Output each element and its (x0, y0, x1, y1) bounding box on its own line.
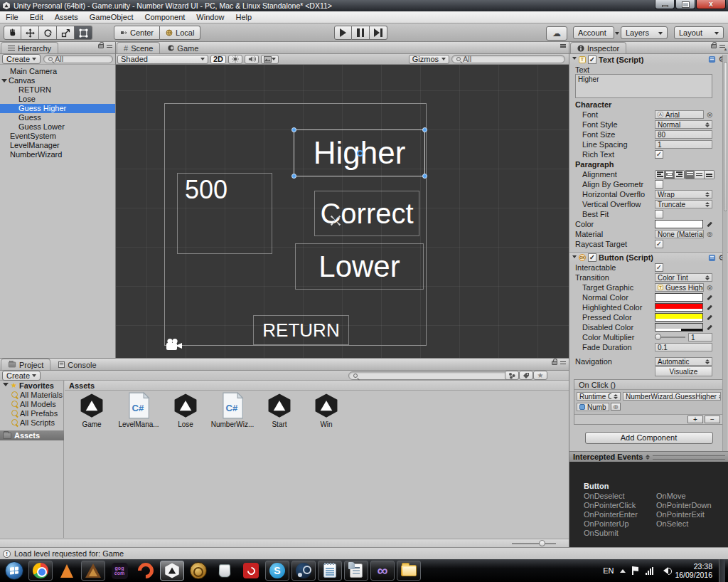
favorite-all-scripts[interactable]: All Scripts (0, 418, 63, 427)
color-multiplier-input[interactable]: 1 (688, 333, 712, 342)
volume-icon[interactable] (660, 567, 668, 574)
asset-lose[interactable]: Lose (167, 392, 204, 428)
best-fit-checkbox[interactable] (655, 210, 663, 218)
taskbar-unity-active[interactable] (160, 561, 184, 581)
text-color-field[interactable] (655, 220, 703, 228)
object-picker-button[interactable]: ◎ (611, 403, 621, 411)
asset-numberwizard[interactable]: C# NumberWiz... (214, 392, 251, 428)
eyedropper-icon[interactable] (706, 295, 712, 301)
vertical-align-buttons[interactable] (685, 170, 714, 179)
thumbnail-zoom-slider[interactable] (512, 543, 556, 544)
pressed-color-field[interactable] (655, 313, 703, 322)
taskbar-notepad[interactable] (318, 561, 342, 581)
hand-tool-button[interactable] (4, 26, 21, 40)
restore-button[interactable] (675, 0, 695, 9)
rich-text-checkbox[interactable]: ✓ (655, 150, 663, 159)
taskbar-adobe-cc[interactable] (239, 561, 263, 581)
object-picker-icon[interactable]: ◎ (707, 231, 712, 238)
minimize-button[interactable] (655, 0, 675, 9)
network-signal-icon[interactable] (646, 567, 653, 575)
hierarchy-item-guess-higher[interactable]: Guess Higher (0, 104, 115, 113)
tab-console[interactable]: Console (51, 359, 103, 370)
line-spacing-input[interactable]: 1 (655, 140, 712, 149)
visualize-button[interactable]: Visualize (655, 366, 712, 376)
align-by-geometry-checkbox[interactable] (655, 180, 663, 189)
hierarchy-item-eventsystem[interactable]: EventSystem (0, 132, 115, 141)
taskbar-swtor[interactable] (186, 561, 210, 581)
favorite-all-prefabs[interactable]: All Prefabs (0, 408, 63, 418)
action-center-flag-icon[interactable] (632, 566, 639, 575)
hierarchy-item-guess[interactable]: Guess (0, 113, 115, 122)
taskbar-origin[interactable] (134, 561, 158, 581)
rect-handle-icon[interactable] (291, 174, 296, 179)
expand-arrow-icon[interactable] (1, 79, 7, 85)
hierarchy-create-button[interactable]: Create (2, 54, 41, 64)
color-multiplier-slider[interactable] (655, 337, 685, 338)
hierarchy-item-levelmanager[interactable]: LevelManager (0, 141, 115, 150)
show-desktop-button[interactable] (719, 559, 725, 582)
assets-folder-selected[interactable]: Assets (0, 430, 64, 440)
lock-icon[interactable] (552, 361, 557, 365)
fade-duration-input[interactable]: 0.1 (655, 343, 712, 351)
scale-tool-button[interactable] (57, 26, 75, 40)
text-enabled-checkbox[interactable]: ✓ (588, 55, 596, 64)
rotation-local-button[interactable]: Local (160, 26, 200, 40)
gizmos-dropdown[interactable]: Gizmos (409, 55, 449, 64)
rect-handle-icon[interactable] (422, 174, 427, 179)
panel-menu-icon[interactable] (560, 361, 566, 365)
rect-tool-button[interactable] (75, 26, 92, 40)
account-dropdown[interactable]: Account (573, 26, 614, 39)
camera-gizmo-icon[interactable] (164, 338, 183, 351)
horizontal-overflow-select[interactable]: Wrap (655, 190, 712, 199)
button-enabled-checkbox[interactable]: ✓ (588, 253, 596, 262)
add-event-button[interactable]: + (687, 416, 703, 423)
font-field[interactable]: AArial (655, 110, 704, 119)
search-by-label-button[interactable] (519, 371, 533, 380)
taskbar-skype[interactable]: S (265, 561, 289, 581)
taskbar-vlc[interactable] (55, 561, 79, 581)
step-button[interactable] (370, 26, 387, 40)
scene-viewport[interactable]: Higher 500 Correct Lower RETURN (116, 65, 569, 358)
favorite-search-button[interactable]: ★ (533, 371, 547, 380)
project-search-input[interactable] (348, 371, 520, 380)
asset-start[interactable]: Start (261, 392, 298, 428)
rect-handle-icon[interactable] (291, 127, 296, 132)
on-click-function-select[interactable]: NumberWizard.GuessHigher (623, 392, 721, 401)
horizontal-align-buttons[interactable] (655, 170, 685, 179)
normal-color-field[interactable] (655, 293, 703, 302)
material-field[interactable]: None (Material) (655, 230, 704, 238)
hierarchy-item-guess-lower[interactable]: Guess Lower (0, 122, 115, 132)
sprite-gizmo-icon[interactable] (329, 214, 342, 227)
favorite-all-models[interactable]: All Models (0, 399, 63, 408)
eyedropper-icon[interactable] (706, 324, 712, 331)
close-button[interactable]: x (696, 0, 726, 9)
menu-gameobject[interactable]: GameObject (84, 11, 139, 23)
asset-game[interactable]: Game (73, 392, 110, 428)
font-size-input[interactable]: 80 (655, 130, 712, 139)
scene-effects-dropdown[interactable] (261, 55, 279, 64)
reference-doc-icon[interactable] (708, 254, 716, 262)
asset-win[interactable]: Win (308, 392, 345, 428)
panel-menu-icon[interactable] (107, 45, 112, 48)
reference-doc-icon[interactable] (708, 55, 716, 63)
highlighted-color-field[interactable] (655, 303, 703, 312)
align-center-icon[interactable] (665, 170, 675, 179)
pause-button[interactable] (352, 26, 370, 40)
menu-edit[interactable]: Edit (24, 11, 49, 23)
search-by-type-button[interactable] (505, 371, 519, 380)
layout-dropdown[interactable]: Layout (674, 26, 724, 39)
eyedropper-icon[interactable] (706, 314, 712, 321)
pivot-center-button[interactable]: Center (114, 26, 160, 40)
align-top-icon[interactable] (685, 170, 695, 179)
panel-menu-icon[interactable] (560, 44, 566, 48)
tab-scene[interactable]: #Scene (117, 42, 160, 53)
intercepted-events-title[interactable]: Intercepted Events (573, 453, 643, 461)
foldout-arrow-icon[interactable] (572, 255, 577, 260)
scene-lighting-button[interactable] (228, 55, 242, 64)
inspector-scrollbar[interactable]: ▲ ▼ (722, 55, 727, 452)
text-value-textarea[interactable]: Higher (575, 74, 712, 98)
transition-select[interactable]: Color Tint (655, 273, 712, 282)
hierarchy-search-input[interactable]: All (43, 55, 113, 63)
align-middle-icon[interactable] (695, 170, 705, 179)
hierarchy-item-return[interactable]: RETURN (0, 85, 115, 95)
